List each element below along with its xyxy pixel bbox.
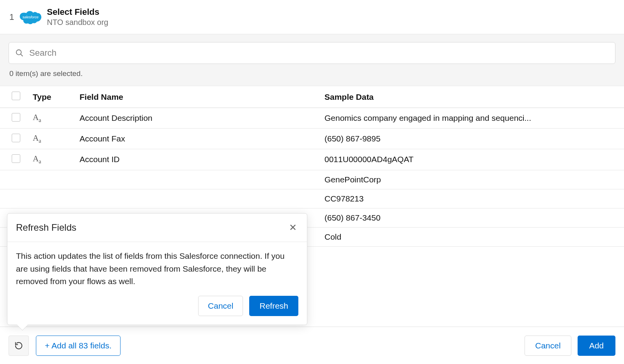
text-type-icon: Aa <box>33 113 41 122</box>
row-checkbox[interactable] <box>12 113 20 122</box>
popover-cancel-button[interactable]: Cancel <box>198 296 243 316</box>
refresh-fields-popover: Refresh Fields ✕ This action updates the… <box>7 213 307 325</box>
cancel-button[interactable]: Cancel <box>525 336 571 356</box>
field-name-cell: Account Description <box>80 108 324 129</box>
table-row[interactable]: GenePointCorp <box>0 170 624 189</box>
search-input[interactable] <box>29 48 609 58</box>
sample-cell: (650) 867-9895 <box>324 129 624 149</box>
sample-cell: (650) 867-3450 <box>324 208 624 227</box>
text-type-icon: Aa <box>33 154 41 163</box>
add-all-fields-button[interactable]: + Add all 83 fields. <box>36 336 121 356</box>
field-name-cell: Account Fax <box>80 129 324 149</box>
svg-line-1 <box>21 54 23 56</box>
close-icon[interactable]: ✕ <box>287 221 298 235</box>
footer-bar: + Add all 83 fields. Cancel Add <box>0 327 624 364</box>
header-titles: Select Fields NTO sandbox org <box>47 7 108 27</box>
popover-body: This action updates the list of fields f… <box>7 242 307 292</box>
sample-cell: Genomics company engaged in mapping and … <box>324 108 624 129</box>
popover-refresh-button[interactable]: Refresh <box>249 296 298 316</box>
popover-header: Refresh Fields ✕ <box>7 214 307 242</box>
sample-cell: CC978213 <box>324 189 624 208</box>
header-bar: 1 salesforce Select Fields NTO sandbox o… <box>0 0 624 34</box>
svg-point-0 <box>16 50 21 55</box>
step-number: 1 <box>9 12 14 22</box>
search-icon <box>15 49 24 57</box>
salesforce-cloud-label: salesforce <box>23 15 39 19</box>
row-checkbox[interactable] <box>12 154 20 163</box>
select-all-checkbox[interactable] <box>12 92 20 100</box>
field-name-cell <box>80 189 324 208</box>
refresh-icon-button[interactable] <box>9 336 29 356</box>
page-subtitle: NTO sandbox org <box>47 18 108 27</box>
popover-actions: Cancel Refresh <box>7 292 307 325</box>
refresh-icon <box>14 341 23 350</box>
salesforce-cloud-icon: salesforce <box>20 9 41 25</box>
table-row[interactable]: Aa Account ID 0011U00000AD4gAQAT <box>0 149 624 170</box>
field-name-cell <box>80 170 324 189</box>
sample-cell: Cold <box>324 227 624 246</box>
col-sample-data: Sample Data <box>324 86 624 108</box>
sample-cell: 0011U00000AD4gAQAT <box>324 149 624 170</box>
popover-title: Refresh Fields <box>16 222 76 233</box>
selection-count-text: 0 item(s) are selected. <box>9 64 615 83</box>
sample-cell: GenePointCorp <box>324 170 624 189</box>
field-name-cell: Account ID <box>80 149 324 170</box>
page-title: Select Fields <box>47 7 108 17</box>
table-row[interactable]: Aa Account Fax (650) 867-9895 <box>0 129 624 149</box>
search-box[interactable] <box>9 42 615 64</box>
text-type-icon: Aa <box>33 133 41 143</box>
col-field-name: Field Name <box>80 86 324 108</box>
add-button[interactable]: Add <box>578 336 615 356</box>
col-type: Type <box>33 86 80 108</box>
table-row[interactable]: CC978213 <box>0 189 624 208</box>
row-checkbox[interactable] <box>12 134 20 142</box>
search-section: 0 item(s) are selected. <box>0 34 624 86</box>
table-header-row: Type Field Name Sample Data <box>0 86 624 108</box>
table-row[interactable]: Aa Account Description Genomics company … <box>0 108 624 129</box>
